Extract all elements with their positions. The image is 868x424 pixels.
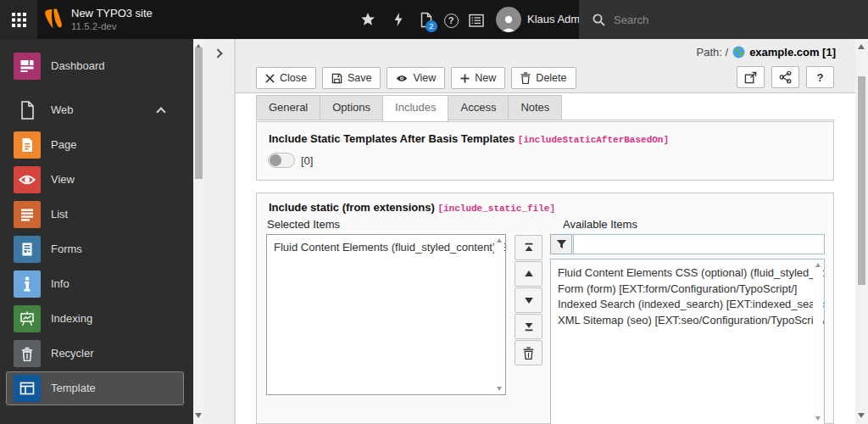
view-button[interactable]: View (387, 67, 445, 89)
list-icon (469, 14, 484, 28)
star-icon (360, 12, 376, 27)
scroll-down-icon[interactable] (195, 413, 202, 418)
chevron-right-icon (213, 48, 222, 58)
sidebar-item-forms[interactable]: Forms (0, 236, 193, 263)
sidebar-scrollbar-thumb[interactable] (195, 47, 203, 179)
sidebar-item-label: View (51, 166, 75, 193)
bookmarks-button[interactable] (359, 10, 377, 29)
move-down-button[interactable] (515, 287, 542, 313)
info-icon (14, 271, 41, 298)
plus-icon (460, 74, 470, 83)
available-item[interactable]: Fluid Content Elements CSS (optional) (f… (551, 265, 824, 282)
funnel-icon (556, 239, 567, 249)
selected-item[interactable]: Fluid Content Elements (fluid_styled_con… (267, 240, 505, 256)
sidebar-item-dashboard[interactable]: Dashboard (0, 53, 193, 80)
topbar: New TYPO3 site 11.5.2-dev 2 ? (0, 0, 868, 39)
template-icon (14, 375, 41, 402)
move-to-bottom-button[interactable] (515, 314, 542, 339)
systeminformation-button[interactable] (467, 11, 486, 30)
tab-includes[interactable]: Includes (382, 95, 448, 121)
avatar[interactable] (496, 7, 521, 32)
section-include-static-file: Include static (from extensions) [includ… (256, 192, 834, 424)
clear-cache-button[interactable] (389, 10, 408, 29)
main-scrollbar-thumb[interactable] (858, 76, 865, 285)
view-label: View (413, 72, 436, 84)
arrow-up-icon (523, 268, 535, 280)
save-label: Save (348, 72, 372, 84)
page-title: example.com [1] (749, 46, 836, 59)
sidebar-item-label: List (51, 201, 68, 228)
selected-listbox-scrollbar[interactable] (494, 236, 504, 393)
scroll-down-icon[interactable] (497, 387, 502, 391)
available-item[interactable]: XML Sitemap (seo) [EXT:seo/Configuration… (551, 313, 824, 329)
new-button[interactable]: New (451, 67, 505, 89)
include-static-after-toggle[interactable] (268, 153, 295, 168)
move-to-top-icon (523, 242, 535, 254)
available-item[interactable]: Indexed Search (indexed_search) [EXT:ind… (551, 297, 824, 313)
close-button[interactable]: Close (256, 67, 316, 89)
filter-button[interactable] (550, 234, 572, 254)
save-button[interactable]: Save (322, 67, 381, 89)
main-scrollbar[interactable] (855, 39, 868, 424)
remove-item-button[interactable] (515, 340, 542, 365)
external-link-icon (744, 71, 757, 84)
tab-options[interactable]: Options (320, 95, 383, 120)
docheader-help-button[interactable]: ? (806, 66, 834, 88)
available-items-listbox[interactable]: Fluid Content Elements CSS (optional) (f… (550, 259, 825, 424)
typo3-logo-icon[interactable] (44, 8, 66, 34)
close-label: Close (280, 72, 307, 84)
help-button[interactable]: ? (442, 11, 460, 30)
field-label: Include static (from extensions) [includ… (269, 201, 555, 214)
sidebar-scrollbar[interactable] (193, 39, 204, 424)
module-menu-toggle-button[interactable] (0, 0, 37, 39)
selected-items-listbox[interactable]: Fluid Content Elements (fluid_styled_con… (266, 234, 506, 395)
sidebar-item-page[interactable]: Page (0, 131, 193, 159)
sidebar-item-info[interactable]: Info (0, 271, 193, 298)
available-items-filter-input[interactable] (573, 234, 825, 254)
delete-button[interactable]: Delete (511, 67, 576, 89)
close-icon (265, 74, 275, 83)
item-move-controls (515, 235, 542, 366)
list-lines-icon (14, 201, 41, 228)
move-to-top-button[interactable] (515, 235, 542, 260)
available-listbox-scrollbar[interactable] (813, 260, 823, 423)
topbar-search (579, 0, 868, 39)
tab-general[interactable]: General (256, 95, 320, 120)
sidebar-item-label: Forms (51, 236, 82, 263)
scroll-up-icon[interactable] (858, 44, 865, 49)
arrow-down-icon (523, 294, 535, 306)
sidebar-item-recycler[interactable]: Recycler (0, 340, 193, 367)
scroll-down-icon[interactable] (815, 416, 821, 421)
available-item[interactable]: Form (form) [EXT:form/Configuration/Typo… (551, 282, 824, 298)
content-area: Path: / example.com [1] Close (235, 39, 855, 424)
sidebar-item-view[interactable]: View (0, 166, 193, 193)
save-icon (331, 73, 342, 84)
new-label: New (475, 72, 496, 84)
tab-notes[interactable]: Notes (508, 95, 562, 120)
move-up-button[interactable] (515, 261, 542, 287)
typo3-version: 11.5.2-dev (71, 21, 117, 31)
tab-access[interactable]: Access (448, 95, 509, 120)
sidebar-item-list[interactable]: List (0, 201, 193, 228)
share-icon (779, 70, 792, 84)
field-code: [includeStaticAfterBasedOn] (518, 135, 669, 145)
path-prefix: Path: / (697, 46, 729, 59)
sidebar-item-label: Template (51, 372, 96, 404)
web-module-icon (19, 100, 36, 123)
sidebar-group-web[interactable]: Web (0, 97, 193, 124)
field-code: [include_static_file] (437, 204, 555, 214)
share-button[interactable] (771, 66, 799, 88)
trash-icon (14, 340, 41, 367)
scroll-up-icon[interactable] (497, 238, 502, 243)
open-in-new-window-button[interactable] (737, 66, 765, 88)
scroll-down-icon[interactable] (858, 413, 865, 418)
breadcrumb: Path: / example.com [1] (697, 46, 836, 59)
docheader: Path: / example.com [1] Close (236, 39, 856, 93)
search-input[interactable] (614, 14, 826, 26)
sidebar-item-template[interactable]: Template (6, 371, 184, 405)
chevron-up-icon (156, 107, 165, 116)
field-label-text: Include static (from extensions) (269, 201, 435, 214)
sidebar-item-indexing[interactable]: Indexing (0, 305, 193, 332)
navigation-expand-strip[interactable] (204, 39, 235, 424)
scroll-up-icon[interactable] (815, 263, 821, 267)
